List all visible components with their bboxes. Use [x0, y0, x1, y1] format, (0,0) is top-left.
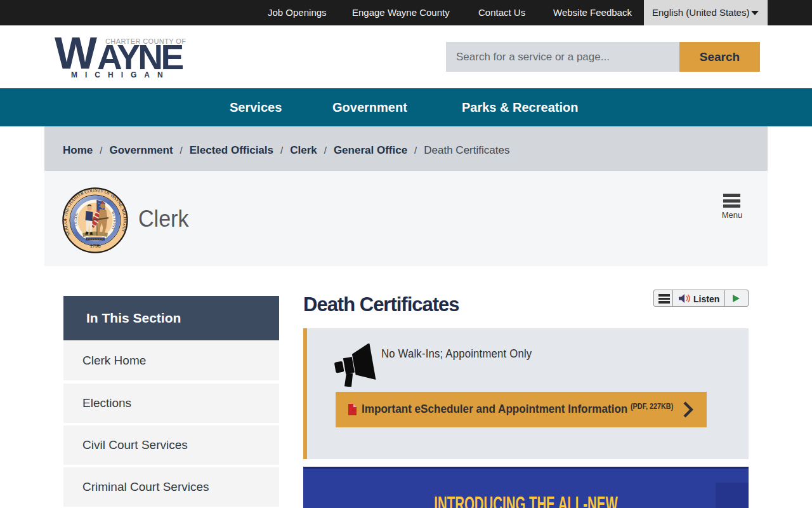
- svg-text:1796: 1796: [90, 243, 101, 249]
